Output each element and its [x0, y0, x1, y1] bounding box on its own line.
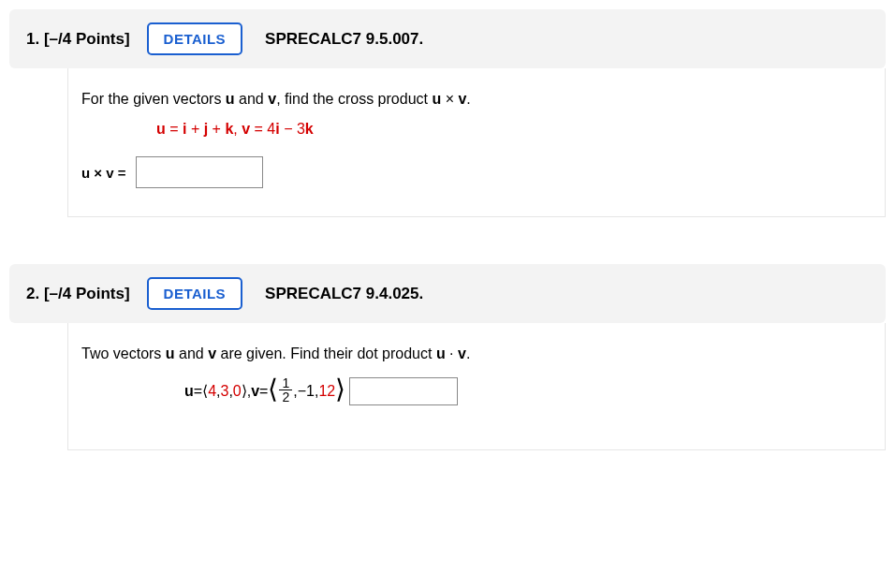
points-label: [–/4 Points]: [44, 30, 130, 48]
t: are given. Find their dot product: [216, 345, 436, 361]
answer-input[interactable]: [349, 377, 458, 405]
eq: =: [114, 165, 126, 181]
fraction: 12: [279, 376, 292, 404]
angle-close-big: ⟩: [335, 374, 345, 404]
cross-sym: ×: [441, 91, 458, 107]
answer-label: u × v =: [81, 165, 126, 181]
equation-row: u = i + j + k, v = 4i − 3k: [156, 121, 872, 138]
u-sym: u: [436, 345, 446, 361]
t: Two vectors: [81, 345, 166, 361]
u: u: [156, 121, 166, 137]
t: , find the cross product: [276, 91, 432, 107]
v-sym: v: [208, 345, 216, 361]
t: and: [175, 345, 209, 361]
k: k: [225, 121, 233, 137]
question-header: 1. [–/4 Points] DETAILS SPRECALC7 9.5.00…: [9, 9, 886, 68]
answer-row: u × v =: [81, 156, 872, 188]
t: −: [280, 121, 297, 137]
question-body: Two vectors u and v are given. Find thei…: [67, 323, 886, 450]
t: =: [166, 121, 183, 137]
n: 12: [318, 383, 335, 400]
n: 0: [233, 383, 242, 400]
question-number: 2. [–/4 Points]: [26, 285, 130, 303]
t: and: [235, 91, 269, 107]
points-label: [–/4 Points]: [44, 285, 130, 302]
t: ,: [233, 121, 242, 137]
question-number: 1. [–/4 Points]: [26, 30, 130, 49]
question-body: For the given vectors u and v, find the …: [67, 68, 886, 217]
t: 3: [297, 121, 305, 137]
details-button[interactable]: DETAILS: [147, 277, 243, 310]
qnum: 1.: [26, 30, 39, 48]
t: .: [466, 91, 470, 107]
u-sym: u: [166, 345, 175, 361]
equation-row: u = ⟨4, 3, 0⟩, v = ⟨12, −1, 12⟩: [184, 375, 345, 406]
angle-open-big: ⟨: [268, 374, 278, 404]
t: =: [259, 383, 268, 400]
details-button[interactable]: DETAILS: [147, 22, 243, 55]
t: =: [194, 383, 202, 400]
u: u: [81, 165, 90, 181]
question-header: 2. [–/4 Points] DETAILS SPRECALC7 9.4.02…: [9, 264, 886, 323]
t: For the given vectors: [81, 91, 226, 107]
question-reference: SPRECALC7 9.5.007.: [265, 30, 423, 49]
n: −1: [298, 383, 315, 400]
v: v: [242, 121, 250, 137]
denominator: 2: [279, 390, 292, 404]
v-sym: v: [268, 91, 276, 107]
u: u: [184, 383, 194, 400]
t: 4: [267, 121, 275, 137]
question-prompt: Two vectors u and v are given. Find thei…: [81, 345, 872, 362]
dot-sym: ·: [446, 345, 458, 361]
t: .: [466, 345, 470, 361]
cross-sym: ×: [90, 165, 106, 181]
u-sym: u: [226, 91, 235, 107]
k: k: [305, 121, 314, 137]
t: =: [250, 121, 267, 137]
question-1: 1. [–/4 Points] DETAILS SPRECALC7 9.5.00…: [9, 9, 886, 217]
v-sym: v: [458, 345, 466, 361]
t: +: [186, 121, 203, 137]
v: v: [251, 383, 259, 400]
n: 4: [208, 383, 216, 400]
question-reference: SPRECALC7 9.4.025.: [265, 285, 423, 303]
v: v: [106, 165, 113, 181]
n: 3: [220, 383, 228, 400]
u-sym: u: [432, 91, 441, 107]
numerator: 1: [279, 376, 292, 390]
qnum: 2.: [26, 285, 39, 302]
answer-input[interactable]: [136, 156, 263, 188]
question-prompt: For the given vectors u and v, find the …: [81, 91, 872, 108]
question-2: 2. [–/4 Points] DETAILS SPRECALC7 9.4.02…: [9, 264, 886, 450]
t: +: [208, 121, 225, 137]
